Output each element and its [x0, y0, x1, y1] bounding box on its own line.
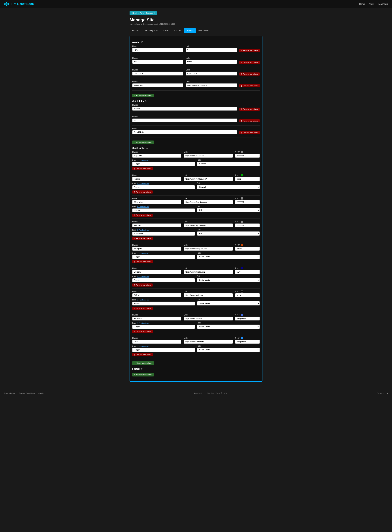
icon-link-1[interactable]: @ Feather icons: [137, 183, 149, 184]
icon-link-5[interactable]: @ Feather icons: [137, 276, 149, 278]
ql-link-4[interactable]: [184, 247, 233, 251]
ql-name-4[interactable]: [132, 247, 181, 251]
ql-name-2[interactable]: [132, 200, 181, 204]
header-link-0[interactable]: [186, 48, 237, 52]
remove-ql-1[interactable]: 🗑 Remove menu item²: [132, 190, 153, 193]
add-header-item[interactable]: + Add new menu item: [132, 94, 154, 97]
ql-tab-2[interactable]: GeneralHRSocial Media: [197, 208, 260, 212]
icon-link-2[interactable]: @ Feather icons: [137, 206, 149, 208]
ql-icon-2[interactable]: [132, 208, 195, 212]
header-name-2[interactable]: [132, 71, 183, 75]
feedback-link[interactable]: Feedback?: [194, 392, 203, 394]
ql-name-7[interactable]: [132, 316, 181, 320]
header-name-0[interactable]: [132, 48, 183, 52]
remove-header-3[interactable]: 🗑 Remove menu item²: [239, 84, 260, 87]
back-to-top[interactable]: Back to top ▲: [377, 392, 388, 394]
remove-quick-tab-2[interactable]: 🗑 Remove menu item²: [239, 131, 260, 134]
ql-icon-4[interactable]: [132, 255, 195, 259]
ql-color-8[interactable]: [235, 340, 260, 344]
ql-color-3[interactable]: [235, 223, 260, 227]
nav-about[interactable]: About: [369, 3, 374, 5]
remove-ql-7[interactable]: 🗑 Remove menu item²: [132, 330, 153, 333]
tab-colors[interactable]: Colors: [160, 28, 172, 33]
ql-icon-6[interactable]: [132, 301, 195, 306]
nav-home[interactable]: Home: [359, 3, 365, 5]
tab-general[interactable]: General: [130, 28, 142, 33]
ql-icon-1[interactable]: [132, 185, 195, 189]
quick-tabs-info-icon[interactable]: ⓘ: [145, 100, 147, 102]
header-link-1[interactable]: [186, 60, 237, 64]
icon-link-0[interactable]: @ Feather icons: [137, 159, 149, 161]
remove-quick-tab-0[interactable]: 🗑 Remove menu item²: [239, 108, 260, 111]
ql-tab-7[interactable]: GeneralHRSocial Media: [197, 325, 260, 329]
tab-content[interactable]: Content: [172, 28, 184, 33]
icon-link-6[interactable]: @ Feather icons: [137, 299, 149, 301]
quick-tab-name-2[interactable]: [132, 130, 237, 134]
ql-link-8[interactable]: [184, 340, 233, 344]
remove-quick-tab-1[interactable]: 🗑 Remove menu item²: [239, 119, 260, 122]
add-quick-link[interactable]: + Add new menu item: [132, 361, 154, 365]
ql-color-7[interactable]: [235, 316, 260, 320]
header-link-2[interactable]: [186, 71, 237, 75]
remove-ql-3[interactable]: 🗑 Remove menu item²: [132, 237, 153, 240]
tab-branding-files[interactable]: Branding Files: [142, 28, 160, 33]
ql-link-5[interactable]: [184, 270, 233, 274]
ql-color-0[interactable]: [235, 154, 260, 158]
ql-color-2[interactable]: [235, 200, 260, 204]
terms-link[interactable]: Terms & Conditions: [19, 392, 35, 394]
remove-ql-6[interactable]: 🗑 Remove menu item²: [132, 307, 153, 310]
ql-name-0[interactable]: [132, 154, 181, 158]
header-info-icon[interactable]: ⓘ: [141, 41, 143, 44]
remove-header-1[interactable]: 🗑 Remove menu item²: [239, 61, 260, 64]
remove-ql-4[interactable]: 🗑 Remove menu item²: [132, 260, 153, 263]
ql-link-3[interactable]: [184, 223, 233, 227]
ql-icon-0[interactable]: [132, 162, 195, 166]
icon-link-3[interactable]: @ Feather icons: [137, 229, 149, 231]
ql-link-0[interactable]: [184, 154, 233, 158]
ql-name-1[interactable]: [132, 177, 181, 181]
ql-color-5[interactable]: [235, 270, 260, 274]
add-footer-item[interactable]: + Add new menu item: [132, 373, 154, 377]
privacy-link[interactable]: Privacy Policy: [4, 392, 15, 394]
ql-name-5[interactable]: [132, 270, 181, 274]
tab-web-assets[interactable]: Web Assets: [196, 28, 212, 33]
ql-icon-3[interactable]: [132, 232, 195, 236]
icon-link-4[interactable]: @ Feather icons: [137, 252, 149, 254]
remove-ql-2[interactable]: 🗑 Remove menu item²: [132, 214, 153, 217]
icon-link-7[interactable]: @ Feather icons: [137, 322, 149, 324]
remove-header-0[interactable]: 🗑 Remove menu item²: [239, 49, 260, 52]
quick-tab-name-1[interactable]: [132, 118, 237, 122]
ql-name-8[interactable]: [132, 340, 181, 344]
ql-name-6[interactable]: [132, 293, 181, 297]
ql-tab-3[interactable]: GeneralHRSocial Media: [197, 231, 260, 236]
back-button[interactable]: < Back to Admin Dashboard: [130, 11, 157, 15]
ql-link-1[interactable]: [184, 177, 233, 181]
remove-ql-0[interactable]: 🗑 Remove menu item²: [132, 167, 153, 170]
ql-icon-7[interactable]: [132, 325, 195, 329]
ql-tab-5[interactable]: GeneralHRSocial Media: [197, 278, 260, 282]
nav-dashboard[interactable]: Dashboard: [378, 3, 388, 5]
ql-link-2[interactable]: [184, 200, 233, 204]
ql-tab-1[interactable]: GeneralHRSocial Media: [197, 185, 260, 189]
ql-link-7[interactable]: [184, 316, 233, 320]
remove-ql-5[interactable]: 🗑 Remove menu item²: [132, 283, 153, 287]
quick-tab-name-0[interactable]: [132, 107, 237, 111]
header-name-1[interactable]: [132, 60, 183, 64]
ql-color-6[interactable]: [235, 293, 260, 297]
ql-tab-0[interactable]: GeneralHRSocial Media: [197, 162, 260, 166]
icon-link-8[interactable]: @ Feather icons: [137, 345, 149, 347]
remove-header-2[interactable]: 🗑 Remove menu item²: [239, 72, 260, 75]
ql-tab-8[interactable]: GeneralHRSocial Media: [197, 348, 260, 352]
tab-menus[interactable]: Menus: [184, 28, 196, 33]
ql-color-4[interactable]: [235, 247, 260, 251]
header-link-3[interactable]: [186, 83, 237, 87]
credits-link[interactable]: Credits: [38, 392, 44, 394]
remove-ql-8[interactable]: 🗑 Remove menu item²: [132, 353, 153, 356]
ql-color-1[interactable]: [235, 177, 260, 181]
ql-icon-8[interactable]: [132, 348, 195, 352]
ql-tab-4[interactable]: GeneralHRSocial Media: [197, 255, 260, 259]
ql-link-6[interactable]: [184, 293, 233, 297]
ql-name-3[interactable]: [132, 223, 181, 227]
header-name-3[interactable]: [132, 83, 183, 87]
quick-links-info-icon[interactable]: ⓘ: [146, 147, 148, 149]
